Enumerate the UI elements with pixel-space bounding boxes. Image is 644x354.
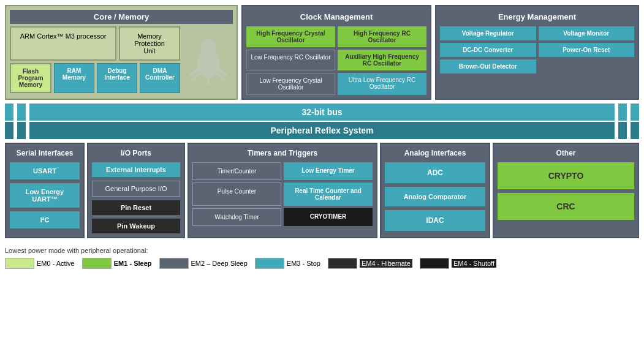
clock-section: Clock Management High Frequency Crystal … — [241, 5, 431, 100]
legend-em0-swatch — [5, 258, 34, 269]
gpio-label: General Purpose I/O — [105, 185, 167, 192]
timers-title: Timers and Triggers — [192, 148, 373, 159]
aux-hf-rc-box: Auxiliary High Frequency RC Oscillator — [338, 50, 426, 70]
aux-hf-rc-label: Auxiliary High Frequency RC Oscillator — [345, 53, 419, 67]
cryotimer-box: CRYOTIMER — [284, 208, 373, 226]
legend-em1-label: EM1 - Sleep — [114, 260, 152, 267]
legend-em1: EM1 - Sleep — [82, 258, 152, 269]
prs-left — [5, 122, 13, 139]
pulse-counter-label: Pulse Counter — [218, 188, 256, 195]
analog-title: Analog Interfaces — [385, 148, 485, 159]
watchdog-box: Watchdog Timer — [192, 208, 281, 226]
crc-box: CRC — [498, 193, 634, 220]
legend-em3-label: EM3 - Stop — [287, 260, 320, 267]
legend-items: EM0 - Active EM1 - Sleep EM2 – Deep Slee… — [5, 258, 639, 269]
brown-out-box: Brown-Out Detector — [440, 59, 536, 73]
arm-label: ARM Cortex™ M3 processor — [20, 32, 107, 40]
comparator-label: Analog Comparator — [404, 193, 467, 200]
brown-out-label: Brown-Out Detector — [459, 63, 517, 70]
svg-point-1 — [201, 39, 216, 56]
watchdog-label: Watchdog Timer — [214, 214, 259, 220]
legend-em3-swatch — [255, 258, 284, 269]
hf-crystal-label: High Frequency Crystal Oscillator — [256, 30, 325, 43]
legend-title: Lowest power mode with peripheral operat… — [5, 247, 639, 254]
clock-grid: High Frequency Crystal Oscillator High F… — [246, 26, 426, 95]
legend-em4-hib: EM4 - Hibernate — [328, 258, 412, 269]
debug-label: Debug Interface — [104, 67, 130, 81]
ext-int-box: External Interrupts — [92, 162, 180, 177]
power-on-reset-label: Power-On Reset — [563, 47, 610, 53]
legend-em3: EM3 - Stop — [255, 258, 320, 269]
legend-em1-swatch — [82, 258, 112, 269]
usart-box: USART — [10, 162, 80, 179]
voltage-reg-label: Voltage Regulator — [462, 30, 514, 37]
ram-label: RAM Memory — [63, 67, 86, 81]
hf-rc-box: High Frequency RC Oscillator — [338, 26, 426, 47]
lf-rc-label: Low Frequency RC Oscillator — [251, 54, 330, 61]
pin-wakeup-box: Pin Wakeup — [92, 219, 180, 233]
serial-title: Serial Interfaces — [10, 148, 80, 159]
gecko-icon — [184, 26, 233, 93]
bottom-core-row: Flash Program Memory RAM Memory Debug In… — [10, 63, 180, 93]
legend-em0: EM0 - Active — [5, 258, 75, 269]
hf-rc-label: High Frequency RC Oscillator — [354, 30, 411, 43]
io-title: I/O Ports — [92, 148, 180, 159]
io-items: External Interrupts General Purpose I/O … — [92, 162, 180, 233]
svg-point-2 — [202, 43, 206, 47]
serial-items: USART Low Energy UART™ I²C — [10, 162, 80, 228]
clock-title: Clock Management — [246, 10, 426, 24]
crypto-label: CRYPTO — [548, 171, 584, 181]
legend-row: Lowest power mode with peripheral operat… — [5, 244, 639, 271]
mpu-box: Memory Protection Unit — [119, 26, 180, 61]
pin-wakeup-label: Pin Wakeup — [117, 222, 155, 230]
ulf-rc-label: Ultra Low Frequency RC Oscillator — [349, 77, 415, 90]
svg-point-3 — [211, 43, 214, 47]
legend-em0-label: EM0 - Active — [37, 260, 75, 267]
power-on-reset-box: Power-On Reset — [539, 43, 635, 57]
bus-center: 32-bit bus — [29, 104, 615, 121]
prs-row: Peripheral Reflex System — [5, 122, 639, 139]
legend-em4-shut-label: EM4 - Shutoff — [452, 259, 496, 268]
arm-processor-box: ARM Cortex™ M3 processor — [10, 26, 116, 61]
i2c-box: I²C — [10, 211, 80, 228]
crc-label: CRC — [556, 201, 575, 211]
lf-crystal-box: Low Frequency Crystal Oscillator — [246, 73, 335, 95]
legend-em4-hib-swatch — [328, 258, 357, 269]
prs-label: Peripheral Reflex System — [270, 126, 373, 135]
core-memory-section: Core / Memory ARM Cortex™ M3 processor M… — [5, 5, 238, 100]
i2c-label: I²C — [40, 216, 50, 224]
prs-right-2 — [631, 122, 639, 139]
pin-reset-box: Pin Reset — [92, 200, 180, 215]
bus-left-connector — [5, 104, 13, 121]
idac-label: IDAC — [426, 216, 444, 225]
crypto-box: CRYPTO — [498, 162, 634, 189]
flash-label: Flash Program Memory — [18, 68, 43, 88]
low-energy-timer-label: Low Energy Timer — [301, 167, 355, 174]
core-memory-inner: ARM Cortex™ M3 processor Memory Protecti… — [10, 26, 233, 93]
bus-right-connector — [618, 104, 627, 121]
energy-section: Energy Management Voltage Regulator Volt… — [435, 5, 639, 100]
dcdc-box: DC-DC Converter — [440, 43, 536, 57]
cryotimer-label: CRYOTIMER — [310, 213, 347, 220]
io-section: I/O Ports External Interrupts General Pu… — [87, 143, 185, 238]
voltage-mon-box: Voltage Monitor — [539, 26, 635, 40]
mpu-label: Memory Protection Unit — [134, 32, 165, 55]
ext-int-label: External Interrupts — [106, 166, 166, 173]
debug-box: Debug Interface — [97, 63, 137, 93]
rtcc-box: Real Time Counter and Calendar — [284, 183, 373, 206]
adc-box: ADC — [385, 162, 485, 183]
bottom-row: Serial Interfaces USART Low Energy UART™… — [5, 143, 639, 238]
prs-right — [618, 122, 627, 139]
serial-section: Serial Interfaces USART Low Energy UART™… — [5, 143, 85, 238]
pulse-counter-box: Pulse Counter — [192, 183, 281, 206]
bus-row: 32-bit bus — [5, 104, 639, 121]
analog-section: Analog Interfaces ADC Analog Comparator … — [380, 143, 490, 238]
legend-em4-shut: EM4 - Shutoff — [420, 258, 496, 269]
bus-left-connector-2 — [17, 104, 26, 121]
gpio-box: General Purpose I/O — [92, 181, 180, 197]
timers-grid: Timer/Counter Low Energy Timer Pulse Cou… — [192, 162, 373, 226]
dma-label: DMA Controller — [145, 67, 175, 81]
flash-box: Flash Program Memory — [10, 63, 51, 93]
prs-left-2 — [17, 122, 26, 139]
pin-reset-label: Pin Reset — [121, 204, 151, 211]
